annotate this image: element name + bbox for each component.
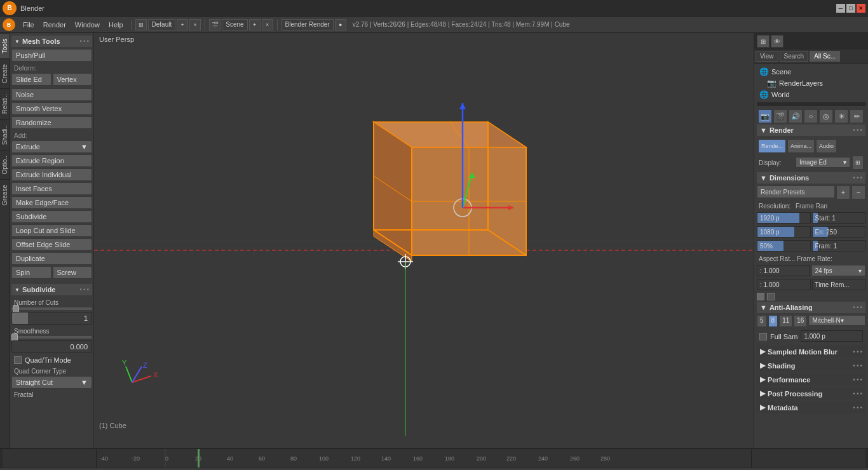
performance-section-header[interactable]: ▶ Performance • • • [757, 373, 865, 386]
tab-grease[interactable]: Grease [0, 179, 10, 211]
scene-button[interactable]: Scene [222, 19, 247, 30]
menu-file[interactable]: File [19, 20, 38, 30]
world-item[interactable]: 🌐 World [757, 89, 865, 100]
menu-window[interactable]: Window [71, 20, 104, 30]
noise-btn[interactable]: Noise [11, 88, 92, 101]
render-tab[interactable]: Rende... [758, 139, 786, 153]
ri-anim[interactable]: 🎬 [773, 109, 787, 123]
tab-create[interactable]: Create [0, 58, 10, 88]
subdivide-btn[interactable]: Subdivide [11, 210, 92, 223]
mesh-tools-header[interactable]: ▼ Mesh Tools • • • [11, 36, 92, 47]
presets-add[interactable]: + [836, 185, 850, 199]
offset-edge-btn[interactable]: Offset Edge Slide [11, 238, 92, 251]
aa-11[interactable]: 11 [779, 315, 792, 327]
minimize-button[interactable]: ─ [836, 4, 845, 13]
ri-part[interactable]: ✳ [834, 109, 848, 123]
post-processing-header[interactable]: ▶ Post Processing • • • [757, 387, 865, 399]
aspect-x-field[interactable]: : 1.000 [757, 265, 810, 276]
tab-relations[interactable]: Relati.. [0, 88, 10, 119]
aa-5[interactable]: 5 [757, 315, 767, 327]
aa-16[interactable]: 16 [794, 315, 807, 327]
render-layers-item[interactable]: 📷 RenderLayers [757, 77, 865, 89]
vertex-btn[interactable]: Vertex [53, 73, 93, 86]
straight-cut-dropdown[interactable]: Straight Cut ▼ [11, 376, 92, 389]
mode-button[interactable]: Default [148, 19, 176, 30]
display-icon[interactable]: ⊞ [852, 156, 864, 170]
tab-shading[interactable]: Shadi.. [0, 119, 10, 150]
ri-phys[interactable]: ◎ [819, 109, 833, 123]
screw-btn[interactable]: Screw [53, 266, 93, 279]
start-field[interactable]: Start: 1 [812, 212, 866, 224]
render-check[interactable] [757, 293, 764, 300]
loop-cut-btn[interactable]: Loop Cut and Slide [11, 224, 92, 237]
timeline-ruler[interactable]: -40 -20 0 20 40 60 80 100 120 140 160 18… [97, 449, 751, 467]
engine-icon[interactable]: ● [335, 19, 346, 30]
scene-remove-icon[interactable]: × [262, 19, 273, 30]
num-cuts-field[interactable]: 1 [11, 312, 92, 325]
subdivide-section-header[interactable]: ▼ Subdivide • • • [11, 284, 92, 295]
full-sam-check[interactable] [759, 333, 767, 340]
layout-icon[interactable]: ⊞ [135, 19, 147, 30]
res-y-field[interactable]: 1080 p [757, 226, 811, 238]
num-cuts-slider[interactable] [11, 307, 92, 310]
mitchell-dropdown[interactable]: Mitchell-N▾ [808, 315, 865, 326]
aspect-y-field[interactable]: : 1.000 [757, 279, 811, 290]
quad-tri-checkbox[interactable] [14, 356, 22, 364]
tab-tools[interactable]: Tools [0, 33, 10, 58]
presets-remove[interactable]: − [851, 185, 865, 199]
make-edge-face-btn[interactable]: Make Edge/Face [11, 196, 92, 209]
metadata-section-header[interactable]: ▶ Metadata • • • [757, 401, 865, 413]
end-field[interactable]: En: 250 [812, 226, 866, 238]
right-tab-search[interactable]: Search [780, 51, 809, 62]
sampled-section-header[interactable]: ▶ Sampled Motion Blur • • • [757, 346, 865, 358]
tab-options[interactable]: Optio.. [0, 150, 10, 179]
time-rem-field[interactable]: Time Rem... [812, 279, 866, 290]
randomize-btn[interactable]: Randomize [11, 116, 92, 129]
scene-add-icon[interactable]: + [249, 19, 261, 30]
right-tab-view[interactable]: View [756, 51, 778, 62]
close-button[interactable]: ✕ [857, 4, 865, 13]
render-presets-dropdown[interactable]: Render Presets [757, 185, 835, 198]
render-section-header[interactable]: ▼ Render • • • [757, 124, 865, 136]
menu-render[interactable]: Render [39, 20, 70, 30]
frame-cur-field[interactable]: Fram: 1 [812, 240, 866, 252]
aa-check[interactable] [767, 293, 775, 300]
close-layout-icon[interactable]: × [189, 19, 201, 30]
render-icon[interactable]: 🎬 [209, 19, 220, 30]
shading-section-header[interactable]: ▶ Shading • • • [757, 359, 865, 372]
ri-edit[interactable]: ✏ [850, 109, 864, 123]
spin-btn[interactable]: Spin [11, 266, 51, 279]
smooth-vertex-btn[interactable]: Smooth Vertex [11, 102, 92, 115]
duplicate-btn[interactable]: Duplicate [11, 252, 92, 265]
fps-dropdown[interactable]: 24 fps ▾ [811, 265, 866, 276]
smoothness-field[interactable]: 0.000 [11, 340, 92, 353]
extrude-region-btn[interactable]: Extrude Region [11, 154, 92, 167]
res-pct-field[interactable]: 50% [757, 240, 811, 252]
res-x-field[interactable]: 1920 p [757, 212, 811, 224]
add-layout-icon[interactable]: + [177, 19, 188, 30]
extrude-individual-btn[interactable]: Extrude Individual [11, 168, 92, 181]
rp-icon-1[interactable]: ⊞ [757, 35, 770, 48]
scene-item[interactable]: 🌐 Scene [757, 66, 865, 77]
push-pull-btn[interactable]: Push/Pull [11, 49, 92, 62]
anim-tab[interactable]: Anima... [787, 139, 815, 153]
blender-icon[interactable]: B [3, 18, 15, 31]
aa-section-header[interactable]: ▼ Anti-Aliasing • • • [757, 302, 865, 313]
right-tab-all[interactable]: All Sc... [810, 51, 840, 62]
dimensions-section-header[interactable]: ▼ Dimensions • • • [757, 172, 865, 184]
slide-edge-btn[interactable]: Slide Ed [11, 73, 51, 86]
aa-8[interactable]: 8 [768, 315, 778, 327]
image-ed-dropdown[interactable]: Image Ed ▾ [796, 157, 850, 168]
audio-tab[interactable]: Audio [816, 139, 837, 153]
rp-icon-2[interactable]: 👁 [771, 35, 783, 48]
extrude-dropdown[interactable]: Extrude ▼ [11, 140, 92, 153]
maximize-button[interactable]: □ [846, 4, 855, 13]
smoothness-slider[interactable] [11, 336, 92, 339]
ri-camera[interactable]: 📷 [758, 109, 772, 123]
menu-help[interactable]: Help [105, 20, 127, 30]
engine-button[interactable]: Blender Render [281, 19, 334, 30]
ri-audio[interactable]: 🔊 [789, 109, 803, 123]
ri-obj[interactable]: ○ [804, 109, 818, 123]
full-sam-val[interactable]: 1.000 p [801, 330, 863, 342]
inset-faces-btn[interactable]: Inset Faces [11, 182, 92, 195]
